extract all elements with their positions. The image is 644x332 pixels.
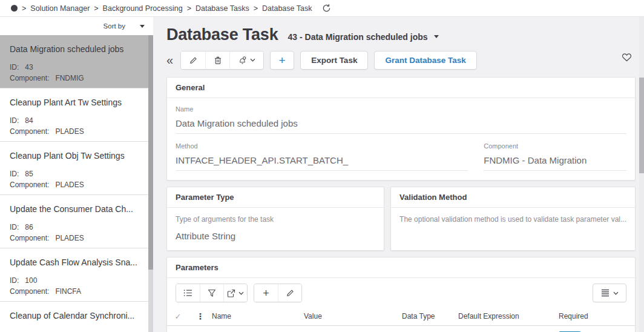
validation-method-description: The optional validation method is used t… [399,215,626,224]
favorite-button[interactable] [622,53,632,62]
list-item-title: Data Migration scheduled jobs [10,44,139,54]
add-row-button[interactable]: + [254,284,278,302]
list-item[interactable]: Cleanup Plant Obj Tw Settings ID:85 Comp… [0,142,148,195]
name-value: Data Migration scheduled jobs [176,118,626,134]
parameters-panel: Parameters [166,257,636,332]
sort-by-dropdown[interactable]: Sort by [104,22,125,30]
column-header-required[interactable]: Required [554,312,635,320]
edit-rows-button[interactable] [278,284,301,302]
refresh-icon[interactable] [322,4,331,13]
plus-icon: + [263,288,269,299]
collapse-sidebar-icon[interactable]: « [166,54,173,66]
notify-menu-button[interactable] [229,51,263,69]
id-value: 86 [25,223,33,231]
general-panel-header: General [167,78,635,98]
method-field: Method INTFACE_HEADER_API.START_BATCH_ [176,142,468,171]
list-item-title: Update Cash Flow Analysis Sna... [10,257,139,267]
breadcrumb-separator: > [187,4,191,13]
parameters-panel-header: Parameters [167,257,635,278]
breadcrumb-item-solution-manager[interactable]: Solution Manager [30,4,90,13]
parameter-type-panel: Parameter Type Type of arguments for the… [166,187,384,251]
id-label: ID: [10,223,19,231]
list-item-title: Cleanup Plant Obj Tw Settings [10,151,139,161]
share-icon [227,289,235,297]
table-options-button[interactable] [593,284,626,302]
funnel-icon [208,289,216,297]
main-scrollbar-thumb[interactable] [639,78,644,173]
component-value: FNDMIG [55,74,84,82]
component-label: Component: [10,287,49,296]
component-value: PLADES [55,181,84,189]
column-header-default-expression[interactable]: Default Expression [453,312,554,320]
page-header: Database Task 43 - Data Migration schedu… [166,25,636,44]
id-label: ID: [10,116,19,125]
method-value: INTFACE_HEADER_API.START_BATCH_ [176,155,468,171]
list-item[interactable]: Update the Consumer Data Ch... ID:86 Com… [0,195,148,248]
chevron-down-icon [434,35,439,38]
edit-button[interactable] [181,51,205,69]
list-item[interactable]: Cleanup of Calendar Synchroni... [0,302,148,332]
list-item-title: Cleanup Plant Art Tw Settings [10,98,139,107]
breadcrumb-item-database-tasks[interactable]: Database Tasks [196,4,249,13]
select-all-check-icon[interactable]: ✓ [167,312,189,321]
task-list: Data Migration scheduled jobs ID:43 Comp… [0,35,148,332]
column-header-data-type[interactable]: Data Type [397,312,453,320]
method-label: Method [176,142,468,150]
chevron-down-icon [613,291,619,295]
export-task-button[interactable]: Export Task [300,51,368,70]
list-item-title: Update the Consumer Data Ch... [10,204,139,214]
parameters-table: ✓ ⋮ Name Value Data Type Default Express… [167,307,635,332]
list-view-button[interactable] [176,284,200,302]
column-header-name[interactable]: Name [207,312,299,320]
sidebar-scrollbar[interactable] [148,35,153,332]
sidebar-scrollbar-thumb[interactable] [148,35,153,270]
column-header-value[interactable]: Value [299,312,397,320]
breadcrumb-separator: > [94,4,98,13]
id-value: 100 [25,276,37,285]
pencil-icon [286,288,295,297]
list-item-title: Cleanup of Calendar Synchroni... [10,311,139,320]
validation-method-header: Validation Method [391,187,635,208]
general-panel: General Name Data Migration scheduled jo… [166,77,636,181]
record-actions-group [180,51,264,70]
filter-button[interactable] [200,284,223,302]
list-item[interactable]: Data Migration scheduled jobs ID:43 Comp… [0,35,148,88]
parameters-toolbar: + [167,278,635,307]
kebab-menu-icon[interactable]: ⋮ [189,312,207,320]
app-logo-icon[interactable] [11,5,18,12]
id-label: ID: [10,276,19,285]
chevron-down-icon [238,291,244,295]
main-scrollbar[interactable] [639,17,644,332]
sort-bar: Sort by [0,17,153,35]
page-title: Database Task [166,25,278,44]
list-item[interactable]: Update Cash Flow Analysis Sna... ID:100 … [0,248,148,302]
grant-database-task-button[interactable]: Grant Database Task [374,51,476,70]
parameter-type-header: Parameter Type [167,187,384,208]
main-content: Database Task 43 - Data Migration schedu… [153,17,644,332]
delete-button[interactable] [205,51,229,69]
parameter-type-value: Attribute String [176,231,375,241]
record-selector-label: 43 - Data Migration scheduled jobs [288,32,428,42]
component-value: PLADES [55,127,84,136]
list-tools-group [176,284,248,302]
id-value: 43 [25,63,33,71]
row-actions-group: + [254,284,302,302]
id-label: ID: [10,170,19,178]
list-item[interactable]: Cleanup Plant Art Tw Settings ID:84 Comp… [0,88,148,142]
component-label: Component [484,142,626,150]
trash-icon [214,56,222,65]
task-list-sidebar: Sort by Data Migration scheduled jobs ID… [0,17,153,332]
table-row[interactable]: ⋮ ATTR_ String Yes [167,326,635,332]
name-label: Name [176,105,626,113]
new-record-button[interactable]: + [270,51,294,70]
component-label: Component: [10,181,49,189]
validation-method-panel: Validation Method The optional validatio… [390,187,636,251]
record-selector-dropdown[interactable]: 43 - Data Migration scheduled jobs [288,32,439,42]
breadcrumb-bar: > Solution Manager > Background Processi… [0,0,644,17]
export-menu-button[interactable] [223,284,247,302]
chevron-down-icon[interactable] [140,25,145,28]
chevron-down-icon [250,58,255,62]
id-value: 84 [25,116,33,125]
breadcrumb-item-background-processing[interactable]: Background Processing [103,4,183,13]
pencil-icon [189,56,198,65]
